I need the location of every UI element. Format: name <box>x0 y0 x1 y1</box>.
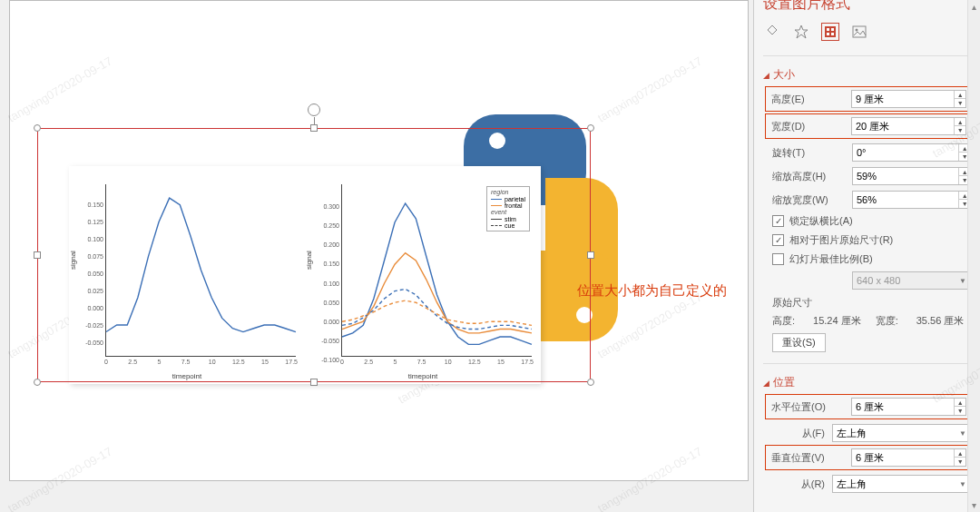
size-properties-icon[interactable] <box>821 23 839 41</box>
spinner-down[interactable]: ▼ <box>955 99 965 107</box>
width-row: 宽度(D) ▲▼ <box>765 113 973 139</box>
chevron-down-icon: ▼ <box>959 277 966 285</box>
collapse-icon: ◢ <box>763 379 769 388</box>
hpos-label: 水平位置(O) <box>771 400 844 414</box>
resize-handle-se[interactable] <box>587 379 594 386</box>
scroll-down-icon[interactable]: ▾ <box>970 498 978 512</box>
resize-handle-n[interactable] <box>310 124 318 132</box>
checkbox-checked-icon[interactable]: ✓ <box>772 215 784 227</box>
collapse-icon: ◢ <box>763 71 769 80</box>
best-fit-row[interactable]: 幻灯片最佳比例(B) <box>754 250 980 269</box>
selection-outline[interactable] <box>37 128 591 382</box>
vpos-row: 垂直位置(V) ▲▼ <box>765 445 973 470</box>
hpos-from-value: 左上角 <box>837 427 867 440</box>
hpos-input-field[interactable] <box>852 401 954 412</box>
scale-height-input-field[interactable] <box>853 171 958 182</box>
rotate-label: 旋转(T) <box>772 146 845 160</box>
format-picture-panel: 设置图片格式 ◢ 大小 高度(E) ▲▼ 宽度(D) ▲▼ 旋转(T) ▲▼ 缩… <box>753 0 980 512</box>
section-header-position[interactable]: ◢ 位置 <box>754 369 980 394</box>
resize-handle-sw[interactable] <box>34 379 41 386</box>
rotate-input[interactable]: ▲▼ <box>852 143 971 162</box>
panel-tool-tabs <box>754 17 980 50</box>
watermark: tangxing072020-09-17 <box>5 444 114 512</box>
section-header-label: 大小 <box>773 67 795 83</box>
scale-width-input-field[interactable] <box>853 194 958 205</box>
checkbox-checked-icon[interactable]: ✓ <box>772 234 784 246</box>
chevron-down-icon: ▼ <box>959 429 966 438</box>
scale-width-input[interactable]: ▲▼ <box>852 191 971 209</box>
panel-title: 设置图片格式 <box>754 0 980 17</box>
scale-height-row: 缩放高度(H) ▲▼ <box>754 164 980 188</box>
resolution-value: 640 x 480 <box>857 275 900 286</box>
svg-rect-3 <box>831 28 834 31</box>
hpos-row: 水平位置(O) ▲▼ <box>765 394 973 419</box>
scale-width-label: 缩放宽度(W) <box>772 193 845 207</box>
width-label: 宽度(D) <box>771 120 844 133</box>
spinner-up[interactable]: ▲ <box>955 91 965 99</box>
vpos-label: 垂直位置(V) <box>771 451 844 465</box>
svg-rect-5 <box>831 33 834 35</box>
resize-handle-e[interactable] <box>587 251 594 259</box>
spinner-up[interactable]: ▲ <box>955 449 965 458</box>
watermark: tangxing072020-09-17 <box>595 444 704 512</box>
orig-size-values: 高度: 15.24 厘米 宽度: 35.56 厘米 <box>754 312 980 330</box>
height-input-field[interactable] <box>852 94 954 104</box>
svg-rect-2 <box>827 28 829 31</box>
panel-scrollbar[interactable]: ▴ ▾ <box>967 0 980 512</box>
spinner-up[interactable]: ▲ <box>955 399 965 407</box>
reset-button[interactable]: 重设(S) <box>772 333 826 352</box>
resize-handle-nw[interactable] <box>34 124 41 132</box>
vpos-input-field[interactable] <box>852 452 954 463</box>
orig-size-title: 原始尺寸 <box>772 296 971 310</box>
resize-handle-s[interactable] <box>310 379 318 386</box>
annotation-text: 位置大小都为自己定义的 <box>577 282 727 300</box>
svg-point-7 <box>856 29 858 32</box>
hpos-input[interactable]: ▲▼ <box>851 398 966 416</box>
resolution-row: 640 x 480 ▼ <box>754 269 980 292</box>
effects-icon[interactable] <box>792 23 810 41</box>
hpos-from-row: 从(F) 左上角 ▼ <box>754 421 980 445</box>
hpos-from-label: 从(F) <box>772 427 825 440</box>
rotate-row: 旋转(T) ▲▼ <box>754 141 980 164</box>
rotate-input-field[interactable] <box>853 147 958 158</box>
watermark: tangxing072020-09-17 <box>5 54 114 124</box>
lock-aspect-label: 锁定纵横比(A) <box>789 214 853 228</box>
chevron-down-icon: ▼ <box>959 480 966 488</box>
resolution-select: 640 x 480 ▼ <box>852 271 971 290</box>
vpos-from-value: 左上角 <box>837 478 867 491</box>
orig-size-title-row: 原始尺寸 <box>754 292 980 312</box>
svg-rect-4 <box>827 33 829 35</box>
width-input[interactable]: ▲▼ <box>851 117 966 135</box>
rotate-handle[interactable] <box>308 103 320 116</box>
spinner-down[interactable]: ▼ <box>955 407 965 415</box>
spinner-down[interactable]: ▼ <box>955 458 965 466</box>
picture-icon[interactable] <box>850 23 868 41</box>
resize-handle-ne[interactable] <box>587 124 594 132</box>
height-row: 高度(E) ▲▼ <box>765 86 973 112</box>
slide-editor: tangxing072020-09-17 tangxing072020-09-1… <box>0 0 753 512</box>
scale-height-input[interactable]: ▲▼ <box>852 167 971 185</box>
slide-canvas[interactable]: tangxing072020-09-17 tangxing072020-09-1… <box>9 0 749 481</box>
svg-marker-0 <box>795 25 808 38</box>
vpos-from-select[interactable]: 左上角 ▼ <box>832 475 971 493</box>
svg-rect-1 <box>825 26 836 37</box>
width-input-field[interactable] <box>852 121 954 132</box>
height-label: 高度(E) <box>771 93 844 106</box>
rel-original-label: 相对于图片原始尺寸(R) <box>789 233 893 247</box>
vpos-from-label: 从(R) <box>772 478 825 491</box>
height-input[interactable]: ▲▼ <box>851 90 966 108</box>
fill-icon[interactable] <box>763 23 781 41</box>
lock-aspect-row[interactable]: ✓ 锁定纵横比(A) <box>754 212 980 231</box>
spinner-up[interactable]: ▲ <box>955 118 965 126</box>
scroll-up-icon[interactable]: ▴ <box>970 0 978 14</box>
hpos-from-select[interactable]: 左上角 ▼ <box>832 424 971 442</box>
scale-width-row: 缩放宽度(W) ▲▼ <box>754 188 980 212</box>
vpos-input[interactable]: ▲▼ <box>851 448 966 467</box>
section-header-size[interactable]: ◢ 大小 <box>754 62 980 86</box>
scale-height-label: 缩放高度(H) <box>772 170 845 183</box>
resize-handle-w[interactable] <box>34 251 41 259</box>
rel-original-row[interactable]: ✓ 相对于图片原始尺寸(R) <box>754 231 980 250</box>
vpos-from-row: 从(R) 左上角 ▼ <box>754 472 980 496</box>
checkbox-unchecked-icon[interactable] <box>772 253 784 265</box>
spinner-down[interactable]: ▼ <box>955 126 965 134</box>
